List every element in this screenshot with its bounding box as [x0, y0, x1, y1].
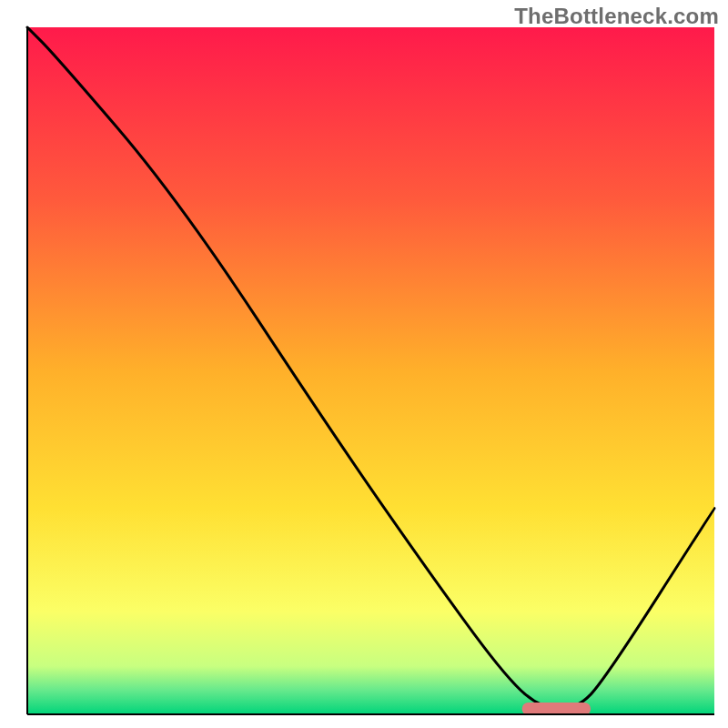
- bottleneck-chart: TheBottleneck.com: [0, 0, 728, 728]
- watermark-text: TheBottleneck.com: [514, 4, 719, 29]
- optimal-range-marker: [522, 703, 592, 715]
- chart-background-gradient: [27, 27, 714, 714]
- chart-plot-area: [0, 0, 728, 728]
